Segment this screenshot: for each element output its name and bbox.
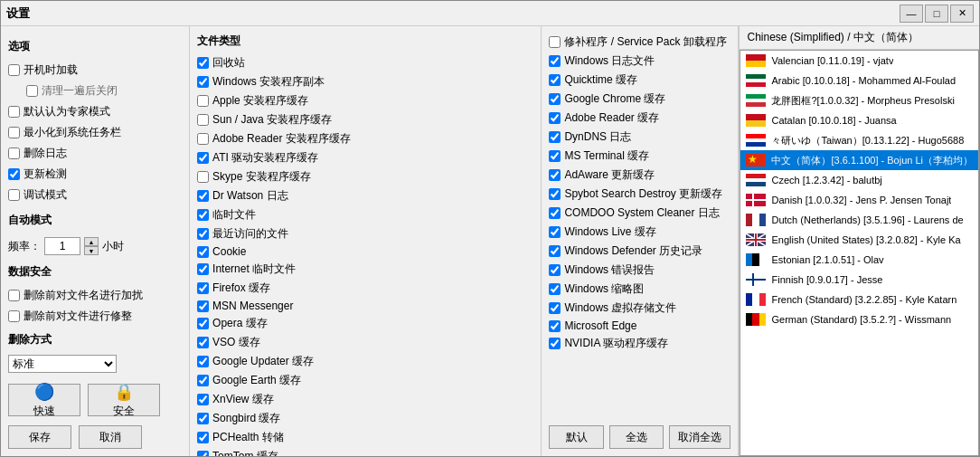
save-button[interactable]: 保存 (8, 425, 71, 449)
language-list-item[interactable]: Valencian [0.11.0.19] - vjatv (740, 51, 978, 71)
safe-button[interactable]: 🔒 安全 (88, 384, 160, 416)
file-type-checkbox[interactable] (549, 74, 561, 86)
file-type-checkbox[interactable] (197, 114, 209, 126)
language-item-label: Catalan [0.10.0.18] - Juansa (771, 115, 896, 126)
update-check-checkbox[interactable] (8, 168, 20, 180)
file-type-checkbox[interactable] (197, 356, 209, 367)
file-type-checkbox[interactable] (549, 131, 561, 143)
flag-icon: ★ (746, 154, 766, 167)
freq-unit: 小时 (102, 239, 124, 254)
language-list-item[interactable]: 々研いゆ（Taiwan）[0.13.1.22] - Hugo5688 (740, 130, 978, 150)
minimize-button[interactable]: — (900, 5, 923, 23)
delete-method-select[interactable]: 标准 安全 极安全 (8, 355, 117, 373)
file-type-checkbox[interactable] (549, 188, 561, 200)
file-type-checkbox[interactable] (549, 207, 561, 219)
clear-on-close-option: 清理一遍后关闭 (26, 82, 182, 100)
wipe-before-option: 删除前对文件进行修整 (8, 308, 182, 325)
file-type-checkbox[interactable] (197, 133, 209, 145)
cancel-button[interactable]: 取消 (79, 425, 142, 449)
select-all-button[interactable]: 全选 (609, 425, 664, 449)
file-type-item: Windows 虚拟存储文件 (549, 300, 730, 317)
maximize-button[interactable]: □ (925, 5, 948, 23)
language-list-item[interactable]: Arabic [0.10.0.18] - Mohammed Al-Foulad (740, 71, 978, 90)
file-type-checkbox[interactable] (549, 112, 561, 124)
file-type-label: 回收站 (212, 55, 245, 71)
file-type-checkbox[interactable] (549, 320, 561, 332)
file-type-checkbox[interactable] (549, 245, 561, 257)
svg-rect-37 (746, 293, 752, 306)
close-button[interactable]: ✕ (950, 5, 974, 23)
file-type-checkbox[interactable] (197, 300, 209, 312)
file-type-label: Dr Watson 日志 (212, 188, 288, 204)
freq-up-button[interactable]: ▲ (84, 237, 99, 246)
file-type-item: Microsoft Edge (549, 319, 730, 333)
language-list-item[interactable]: French (Standard) [3.2.2.85] - Kyle Kata… (740, 290, 978, 309)
wipe-before-checkbox[interactable] (8, 310, 20, 322)
file-type-checkbox[interactable] (197, 228, 209, 240)
language-list-item[interactable]: Dutch (Netherlands) [3.5.1.96] - Laurens… (740, 210, 978, 230)
language-list-item[interactable]: German (Standard) [3.5.2.?] - Wissmann (740, 309, 978, 329)
file-type-checkbox[interactable] (549, 302, 561, 314)
file-type-label: Microsoft Edge (564, 319, 636, 332)
file-type-label: XnView 缓存 (212, 392, 274, 407)
fast-button[interactable]: 🔵 快速 (8, 384, 80, 416)
expert-label: 默认认为专家模式 (24, 104, 110, 119)
file-type-checkbox[interactable] (549, 150, 561, 162)
svg-rect-15 (746, 174, 766, 178)
startup-checkbox[interactable] (8, 64, 20, 76)
file-type-checkbox[interactable] (197, 394, 209, 405)
clear-on-close-checkbox[interactable] (26, 85, 38, 97)
file-type-checkbox[interactable] (197, 95, 209, 107)
file-type-item: Windows Defender 历史记录 (549, 243, 730, 260)
file-type-checkbox[interactable] (197, 432, 209, 443)
file-type-checkbox[interactable] (197, 413, 209, 424)
language-list-item[interactable]: Finnish [0.9.0.17] - Jesse (740, 270, 978, 290)
file-type-checkbox[interactable] (197, 76, 209, 88)
language-list-item[interactable]: Estonian [2.1.0.51] - Olav (740, 250, 978, 270)
file-type-checkbox[interactable] (197, 190, 209, 202)
file-type-checkbox[interactable] (197, 209, 209, 221)
flag-icon (746, 273, 766, 286)
file-type-checkbox[interactable] (549, 93, 561, 105)
delete-log-checkbox[interactable] (8, 148, 20, 159)
svg-rect-39 (759, 293, 766, 306)
file-type-checkbox[interactable] (549, 36, 561, 48)
file-type-item: AdAware 更新缓存 (549, 167, 730, 184)
file-type-checkbox[interactable] (197, 282, 209, 294)
language-list-item[interactable]: Catalan [0.10.0.18] - Juansa (740, 110, 978, 130)
file-type-checkbox[interactable] (549, 283, 561, 295)
language-list-item[interactable]: 龙胖图框?[1.0.0.32] - Morpheus Presolski (740, 90, 978, 110)
right-middle-panel: 修补程序 / Service Pack 卸载程序Windows 日志文件Quic… (542, 26, 739, 456)
file-type-checkbox[interactable] (197, 152, 209, 164)
safe-icon: 🔒 (114, 382, 134, 402)
deselect-all-button[interactable]: 取消全选 (669, 425, 731, 449)
file-type-checkbox[interactable] (197, 171, 209, 183)
file-type-checkbox[interactable] (197, 57, 209, 69)
language-list-item[interactable]: English (United States) [3.2.0.82] - Kyl… (740, 230, 978, 250)
systray-checkbox[interactable] (8, 127, 20, 138)
file-type-checkbox[interactable] (549, 169, 561, 181)
file-type-checkbox[interactable] (197, 263, 209, 275)
file-type-checkbox[interactable] (197, 451, 209, 456)
file-type-item: Apple 安装程序缓存 (197, 92, 351, 109)
language-list[interactable]: Valencian [0.11.0.19] - vjatvArabic [0.1… (740, 50, 979, 456)
file-type-checkbox[interactable] (549, 338, 561, 349)
file-type-checkbox[interactable] (197, 375, 209, 386)
file-type-checkbox[interactable] (197, 246, 209, 258)
language-list-item[interactable]: Czech [1.2.3.42] - balutbj (740, 170, 978, 190)
frequency-input[interactable] (44, 237, 80, 255)
file-type-checkbox[interactable] (197, 318, 209, 329)
file-type-checkbox[interactable] (197, 337, 209, 348)
encrypt-name-checkbox[interactable] (8, 290, 20, 301)
bottom-action-buttons: 默认 全选 取消全选 (549, 420, 730, 449)
language-list-item[interactable]: Danish [1.0.0.32] - Jens P. Jensen Tonaj… (740, 190, 978, 210)
language-list-item[interactable]: ★中文（简体）[3.6.1.100] - Bojun Li（李柏均） (740, 150, 978, 170)
expert-checkbox[interactable] (8, 106, 20, 118)
file-type-checkbox[interactable] (549, 55, 561, 67)
freq-down-button[interactable]: ▼ (84, 246, 99, 255)
file-type-checkbox[interactable] (549, 264, 561, 276)
file-type-checkbox[interactable] (549, 226, 561, 238)
debug-checkbox[interactable] (8, 189, 20, 201)
default-button[interactable]: 默认 (549, 425, 603, 449)
svg-rect-3 (746, 79, 766, 82)
